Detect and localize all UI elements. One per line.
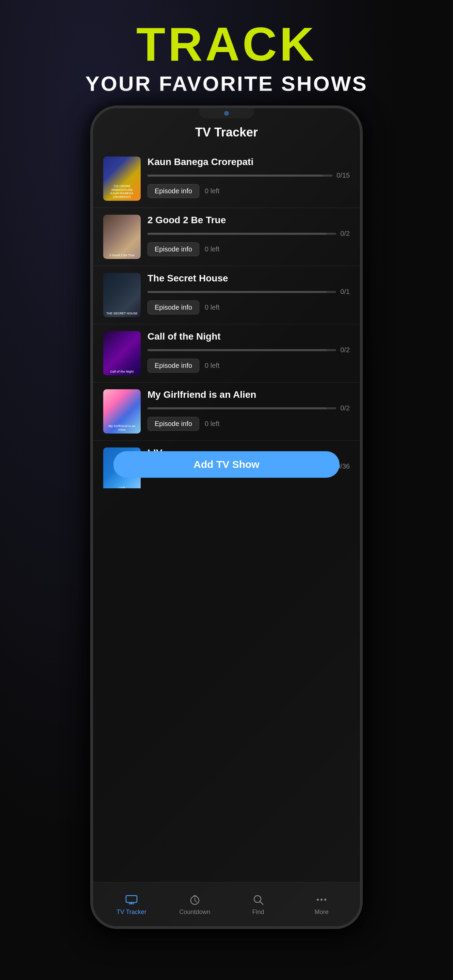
progress-row-kbc: 0/15 — [147, 172, 350, 179]
svg-rect-0 — [126, 896, 137, 902]
progress-count-night: 0/2 — [340, 346, 350, 354]
svg-point-11 — [324, 899, 326, 901]
show-info-kbc: Kaun Banega Crorepati 0/15 Episode info … — [147, 156, 350, 198]
progress-row-alien: 0/2 — [147, 404, 350, 412]
bottom-section: LIVE LIV... 0/36 Add TV Show — [93, 441, 360, 488]
progress-fill-night — [147, 349, 327, 351]
left-count-secret: 0 left — [205, 304, 219, 311]
nav-label-countdown: Countdown — [179, 908, 210, 916]
app-title: TV Tracker — [93, 125, 360, 140]
left-count-2good: 0 left — [205, 245, 219, 253]
left-count-kbc: 0 left — [205, 187, 219, 195]
progress-count-secret: 0/1 — [340, 288, 350, 296]
poster-kbc-label: 710 CRORE HINDUSTAANIKAUN BANEGA CROREPA… — [105, 185, 139, 199]
show-title-2good: 2 Good 2 Be True — [147, 215, 350, 226]
episode-info-btn-alien[interactable]: Episode info — [147, 417, 199, 431]
progress-bar-kbc — [147, 175, 332, 177]
left-count-alien: 0 left — [205, 420, 219, 428]
episode-row-night[interactable]: Episode info 0 left — [147, 359, 350, 372]
poster-night: Call of the Night — [103, 331, 141, 375]
progress-row-secret: 0/1 — [147, 288, 350, 296]
nav-label-tv-tracker: TV Tracker — [116, 908, 147, 916]
hero-section: TRACK YOUR FAVORITE SHOWS — [0, 21, 453, 95]
progress-count-kbc: 0/15 — [337, 172, 350, 179]
show-item-2good[interactable]: 2 Good 2 Be True 2 Good 2 Be True 0/2 Ep… — [93, 208, 360, 266]
svg-line-8 — [260, 901, 263, 904]
episode-row-2good[interactable]: Episode info 0 left — [147, 242, 350, 256]
poster-alien: My Girlfriend is an Alien — [103, 389, 141, 434]
svg-point-10 — [321, 899, 322, 901]
progress-fill-kbc — [147, 175, 323, 177]
episode-row-secret[interactable]: Episode info 0 left — [147, 301, 350, 314]
progress-row-night: 0/2 — [147, 346, 350, 354]
poster-kbc: 710 CRORE HINDUSTAANIKAUN BANEGA CROREPA… — [103, 156, 141, 201]
episode-row-kbc[interactable]: Episode info 0 left — [147, 184, 350, 198]
episode-info-btn-kbc[interactable]: Episode info — [147, 184, 199, 198]
progress-fill-2good — [147, 233, 327, 235]
episode-info-btn-2good[interactable]: Episode info — [147, 242, 199, 256]
show-title-alien: My Girlfriend is an Alien — [147, 389, 350, 400]
show-item-night[interactable]: Call of the Night Call of the Night 0/2 … — [93, 324, 360, 382]
countdown-icon — [188, 893, 202, 907]
nav-label-more: More — [314, 908, 329, 916]
app-content[interactable]: 710 CRORE HINDUSTAANIKAUN BANEGA CROREPA… — [93, 146, 360, 492]
poster-secret: THE SECRET HOUSE — [103, 273, 141, 317]
episode-row-alien[interactable]: Episode info 0 left — [147, 417, 350, 431]
add-btn-overlay: Add TV Show — [93, 441, 360, 488]
show-info-night: Call of the Night 0/2 Episode info 0 lef… — [147, 331, 350, 372]
progress-bar-night — [147, 349, 336, 351]
show-item-secret[interactable]: THE SECRET HOUSE The Secret House 0/1 Ep… — [93, 266, 360, 324]
svg-point-9 — [317, 899, 319, 901]
poster-secret-label: THE SECRET HOUSE — [105, 312, 139, 315]
poster-2good-label: 2 Good 2 Be True — [105, 253, 139, 257]
nav-label-find: Find — [252, 908, 264, 916]
show-title-night: Call of the Night — [147, 331, 350, 342]
nav-item-countdown[interactable]: Countdown — [163, 893, 226, 916]
progress-bar-2good — [147, 233, 336, 235]
nav-item-more[interactable]: More — [290, 893, 353, 916]
bottom-nav: TV Tracker Countdown — [93, 882, 360, 926]
hero-track-text: TRACK — [0, 21, 453, 68]
tv-tracker-icon — [124, 893, 138, 907]
progress-count-2good: 0/2 — [340, 230, 350, 237]
add-tv-show-button[interactable]: Add TV Show — [113, 451, 340, 478]
show-title-kbc: Kaun Banega Crorepati — [147, 156, 350, 167]
episode-info-btn-night[interactable]: Episode info — [147, 359, 199, 372]
show-title-secret: The Secret House — [147, 273, 350, 284]
progress-row-2good: 0/2 — [147, 230, 350, 237]
progress-fill-alien — [147, 407, 327, 409]
phone-notch — [199, 108, 254, 118]
phone-camera — [224, 111, 229, 116]
nav-item-find[interactable]: Find — [226, 893, 290, 916]
poster-alien-label: My Girlfriend is an Alien — [105, 424, 139, 432]
progress-fill-secret — [147, 291, 327, 293]
show-item-alien[interactable]: My Girlfriend is an Alien My Girlfriend … — [93, 382, 360, 441]
progress-bar-secret — [147, 291, 336, 293]
show-info-2good: 2 Good 2 Be True 0/2 Episode info 0 left — [147, 215, 350, 256]
find-icon — [251, 893, 265, 907]
more-icon — [315, 893, 329, 907]
show-item-kbc[interactable]: 710 CRORE HINDUSTAANIKAUN BANEGA CROREPA… — [93, 150, 360, 208]
nav-item-tv-tracker[interactable]: TV Tracker — [100, 893, 163, 916]
progress-bar-alien — [147, 407, 336, 409]
svg-line-5 — [195, 900, 196, 902]
left-count-night: 0 left — [205, 362, 219, 369]
show-info-secret: The Secret House 0/1 Episode info 0 left — [147, 273, 350, 314]
poster-night-label: Call of the Night — [105, 370, 139, 374]
hero-subtitle-text: YOUR FAVORITE SHOWS — [0, 72, 453, 95]
phone-screen: TV Tracker 710 CRORE HINDUSTAANIKAUN BAN… — [93, 108, 360, 926]
episode-info-btn-secret[interactable]: Episode info — [147, 301, 199, 314]
show-info-alien: My Girlfriend is an Alien 0/2 Episode in… — [147, 389, 350, 431]
phone-frame: TV Tracker 710 CRORE HINDUSTAANIKAUN BAN… — [90, 105, 363, 929]
poster-2good: 2 Good 2 Be True — [103, 215, 141, 259]
progress-count-alien: 0/2 — [340, 404, 350, 412]
